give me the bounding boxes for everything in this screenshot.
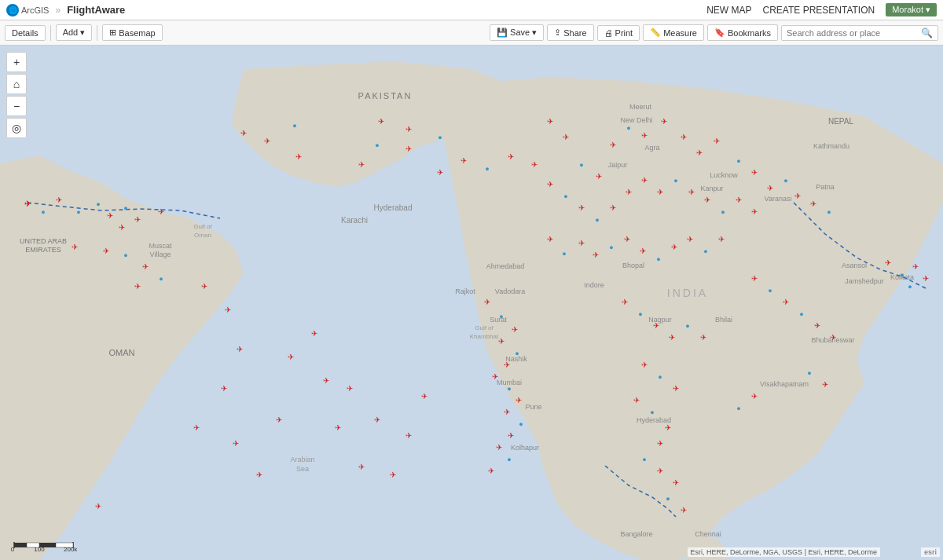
locate-button[interactable]: ◎: [6, 118, 27, 138]
locate-icon: ◎: [12, 122, 21, 134]
svg-text:✈: ✈: [405, 125, 412, 134]
svg-text:●: ●: [827, 208, 831, 216]
svg-text:✈: ✈: [347, 384, 353, 393]
search-box[interactable]: 🔍: [781, 25, 938, 41]
svg-text:✈: ✈: [596, 172, 602, 181]
svg-text:✈: ✈: [767, 184, 773, 192]
svg-text:OMAN: OMAN: [109, 348, 135, 357]
svg-text:✈: ✈: [460, 156, 467, 165]
svg-text:✈: ✈: [256, 470, 262, 479]
nav-right: NEW MAP CREATE PRESENTATION Morakot ▾: [706, 3, 937, 16]
new-map-button[interactable]: NEW MAP: [706, 5, 751, 16]
svg-text:✈: ✈: [610, 141, 616, 149]
svg-text:✈: ✈: [107, 211, 113, 220]
svg-text:Gulf of: Gulf of: [193, 223, 212, 230]
svg-text:Nagpur: Nagpur: [648, 316, 672, 324]
zoom-out-button[interactable]: −: [6, 96, 27, 116]
svg-text:Indore: Indore: [584, 281, 604, 289]
svg-text:●: ●: [807, 369, 811, 377]
svg-text:✈: ✈: [405, 431, 412, 440]
bookmarks-button[interactable]: 🔖 Bookmarks: [707, 24, 778, 41]
bookmarks-icon: 🔖: [714, 27, 725, 38]
svg-text:✈: ✈: [508, 152, 514, 161]
svg-text:✈: ✈: [885, 258, 891, 267]
measure-button[interactable]: 📏 Measure: [643, 24, 704, 41]
home-button[interactable]: ⌂: [6, 74, 27, 94]
svg-text:✈: ✈: [240, 129, 247, 137]
home-icon: ⌂: [13, 78, 20, 90]
svg-text:INDIA: INDIA: [667, 287, 708, 299]
svg-text:✈: ✈: [323, 376, 329, 385]
svg-text:✈: ✈: [704, 196, 710, 204]
toolbar-separator-2: [97, 25, 97, 41]
svg-text:●: ●: [375, 141, 379, 149]
svg-text:Rajkot: Rajkot: [455, 287, 475, 295]
search-input[interactable]: [787, 28, 921, 38]
share-button[interactable]: ⇪ Share: [547, 24, 593, 41]
svg-text:✈: ✈: [508, 431, 514, 440]
svg-rect-194: [14, 543, 27, 547]
svg-text:✈: ✈: [736, 196, 742, 204]
arcgis-logo: 🌐 ArcGIS: [6, 4, 49, 16]
svg-text:●: ●: [507, 385, 511, 393]
svg-text:●: ●: [642, 456, 646, 463]
details-button[interactable]: Details: [5, 25, 46, 41]
svg-text:✈: ✈: [496, 443, 502, 452]
svg-text:✈: ✈: [374, 415, 380, 424]
svg-text:Kanpur: Kanpur: [700, 185, 723, 192]
svg-text:✈: ✈: [358, 160, 365, 169]
svg-text:✈: ✈: [794, 192, 801, 200]
basemap-button[interactable]: ⊞ Basemap: [102, 24, 162, 41]
svg-text:✈: ✈: [119, 223, 125, 232]
svg-text:✈: ✈: [488, 467, 494, 475]
svg-text:✈: ✈: [311, 329, 317, 338]
svg-text:✈: ✈: [641, 361, 648, 369]
svg-text:✈: ✈: [641, 131, 648, 140]
svg-text:✈: ✈: [563, 133, 569, 141]
svg-text:✈: ✈: [547, 117, 553, 126]
svg-text:Varanasi: Varanasi: [765, 195, 792, 203]
zoom-in-button[interactable]: +: [6, 52, 27, 72]
svg-text:Village: Village: [150, 251, 171, 258]
svg-text:Vadodara: Vadodara: [495, 287, 525, 295]
svg-text:✈: ✈: [814, 321, 820, 330]
svg-text:✈: ✈: [498, 337, 505, 346]
svg-text:Oman: Oman: [194, 232, 211, 239]
svg-text:●: ●: [626, 124, 630, 132]
svg-text:✈: ✈: [783, 298, 789, 306]
map-controls: + ⌂ − ◎: [6, 52, 27, 138]
svg-text:✈: ✈: [657, 467, 663, 475]
create-presentation-button[interactable]: CREATE PRESENTATION: [763, 5, 875, 16]
svg-text:✈: ✈: [624, 235, 630, 243]
svg-text:EMIRATES: EMIRATES: [25, 246, 61, 254]
user-badge[interactable]: Morakot ▾: [886, 3, 937, 16]
svg-text:●: ●: [507, 456, 511, 463]
svg-text:✈: ✈: [669, 333, 675, 342]
svg-text:✈: ✈: [276, 415, 282, 424]
toolbar: Details Add ▾ ⊞ Basemap 💾 Save ▾ ⇪ Share…: [0, 20, 943, 46]
svg-text:✈: ✈: [221, 384, 227, 393]
svg-text:✈: ✈: [714, 137, 720, 145]
svg-text:✈: ✈: [158, 207, 164, 216]
svg-text:✈: ✈: [437, 168, 443, 177]
print-icon: 🖨: [604, 28, 613, 38]
map-container[interactable]: PAKISTAN NEPAL INDIA OMAN UNITED ARAB EM…: [0, 46, 943, 560]
print-button[interactable]: 🖨 Print: [597, 25, 640, 41]
add-button[interactable]: Add ▾: [56, 24, 93, 41]
esri-logo: esri: [921, 547, 940, 557]
svg-text:✈: ✈: [751, 274, 758, 283]
svg-text:✈: ✈: [633, 396, 640, 404]
svg-text:Jamshedpur: Jamshedpur: [845, 277, 884, 285]
svg-text:Visakhapatnam: Visakhapatnam: [760, 380, 809, 388]
svg-text:✈: ✈: [531, 160, 538, 169]
svg-text:●: ●: [438, 134, 442, 141]
svg-text:●: ●: [650, 408, 654, 416]
svg-text:✈: ✈: [288, 353, 294, 361]
svg-text:Meerut: Meerut: [629, 103, 652, 111]
toolbar-separator-1: [50, 25, 51, 41]
svg-text:●: ●: [638, 310, 642, 318]
share-icon: ⇪: [554, 27, 561, 38]
svg-text:✈: ✈: [681, 506, 687, 514]
svg-text:✈: ✈: [95, 502, 101, 511]
save-button[interactable]: 💾 Save ▾: [490, 24, 544, 41]
